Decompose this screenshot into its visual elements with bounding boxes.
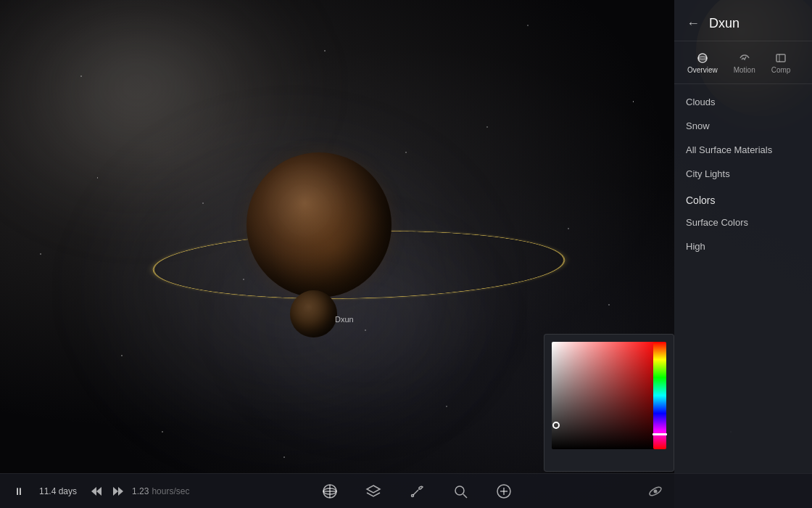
overview-icon (697, 51, 708, 64)
all-surface-materials-item[interactable]: All Surface Materials (674, 138, 812, 162)
panel-tabs: Overview Motion Comp (674, 41, 812, 84)
tab-overview-label: Overview (687, 66, 718, 74)
search-icon-button[interactable] (449, 480, 472, 503)
right-panel: ← Dxun Overview Motion (674, 0, 812, 508)
svg-point-15 (411, 494, 413, 496)
main-planet[interactable] (246, 152, 392, 298)
skip-forward-button[interactable] (107, 481, 129, 500)
svg-marker-7 (113, 487, 118, 496)
skip-back-button[interactable] (86, 481, 107, 500)
svg-point-22 (654, 489, 658, 493)
motion-icon (739, 51, 750, 64)
toolbar-right (644, 480, 812, 503)
play-pause-button[interactable]: ⏸ (7, 480, 30, 503)
hue-bar[interactable] (653, 342, 666, 449)
panel-header: ← Dxun (674, 6, 812, 41)
composition-icon (775, 51, 787, 64)
colors-header: Colors (674, 186, 812, 210)
hue-cursor (652, 433, 667, 435)
tab-composition[interactable]: Comp (766, 47, 797, 78)
snow-item[interactable]: Snow (674, 114, 812, 138)
svg-marker-13 (367, 486, 380, 493)
rate-display: 1.23 (129, 486, 152, 496)
moon-label: Dxun (335, 315, 354, 324)
svg-line-17 (463, 494, 467, 498)
time-display: 11.4 days (30, 486, 86, 496)
tab-motion-label: Motion (734, 66, 755, 74)
toolbar-left: ⏸ 11.4 days 1.23 hours/sec (0, 480, 189, 503)
tab-overview[interactable]: Overview (682, 47, 724, 78)
layers-icon-button[interactable] (362, 480, 385, 503)
globe-icon-button[interactable] (318, 480, 341, 503)
high-item[interactable]: High (674, 234, 812, 258)
tab-motion[interactable]: Motion (728, 47, 761, 78)
tab-composition-label: Comp (771, 66, 791, 74)
moon-dxun[interactable] (290, 290, 337, 337)
svg-point-16 (455, 486, 464, 495)
svg-line-14 (413, 490, 418, 495)
city-lights-item[interactable]: City Lights (674, 162, 812, 186)
color-picker[interactable] (544, 334, 674, 472)
orbit-icon-button[interactable] (644, 480, 667, 503)
rate-unit: hours/sec (152, 486, 189, 496)
bottom-toolbar: ⏸ 11.4 days 1.23 hours/sec (0, 473, 812, 508)
svg-marker-5 (91, 487, 96, 496)
back-button[interactable]: ← (684, 15, 702, 32)
svg-marker-8 (118, 487, 123, 496)
panel-title: Dxun (709, 16, 740, 31)
svg-rect-3 (776, 54, 785, 62)
clouds-item[interactable]: Clouds (674, 90, 812, 114)
color-gradient[interactable] (552, 342, 659, 449)
svg-marker-6 (96, 487, 102, 496)
surface-colors-item[interactable]: Surface Colors (674, 210, 812, 234)
toolbar-center (189, 480, 644, 503)
wrench-icon-button[interactable] (405, 480, 428, 503)
add-icon-button[interactable] (492, 480, 515, 503)
panel-content: Clouds Snow All Surface Materials City L… (674, 84, 812, 508)
color-cursor (552, 422, 560, 429)
